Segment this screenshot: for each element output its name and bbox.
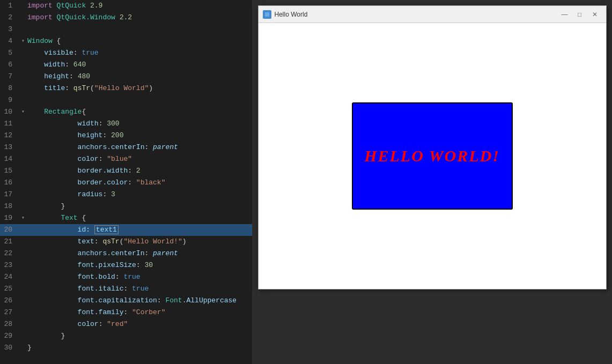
line-number-21: 21 (0, 236, 19, 248)
line-content-24: font.bold: true (27, 271, 252, 283)
code-lines: 1import QtQuick 2.92import QtQuick.Windo… (0, 0, 252, 354)
token: import (27, 2, 57, 10)
token: font.pixelSize (27, 261, 136, 269)
line-content-25: font.italic: true (27, 283, 252, 295)
token: : (136, 261, 145, 269)
line-content-18: } (27, 200, 252, 212)
token: 2.9 (86, 2, 102, 10)
token: title (27, 84, 65, 92)
line-number-15: 15 (0, 165, 19, 177)
token: border.color (27, 179, 128, 187)
line-number-2: 2 (0, 12, 19, 24)
code-line-24: 24 font.bold: true (0, 271, 252, 283)
window-titlebar: Hello World — □ ✕ (259, 6, 606, 23)
code-editor[interactable]: 1import QtQuick 2.92import QtQuick.Windo… (0, 0, 252, 364)
token: id (27, 226, 86, 234)
line-content-5: visible: true (27, 47, 252, 59)
token: Font (165, 296, 182, 304)
token: 640 (73, 61, 86, 69)
token: QtQuick.Window (57, 13, 115, 21)
token: } (27, 344, 32, 352)
token: true (132, 285, 149, 293)
line-number-13: 13 (0, 142, 19, 153)
code-line-1: 1import QtQuick 2.9 (0, 0, 252, 12)
line-number-6: 6 (0, 59, 19, 71)
token: import (27, 13, 57, 21)
fold-arrow-10[interactable]: ▾ (19, 106, 27, 118)
token: { (78, 214, 86, 222)
maximize-button[interactable]: □ (573, 9, 587, 20)
code-line-8: 8 title: qsTr("Hello World") (0, 83, 252, 94)
line-content-7: height: 480 (27, 71, 252, 83)
token: radius (27, 190, 102, 198)
token: "Hello World" (94, 84, 149, 92)
fold-arrow-4[interactable]: ▾ (19, 35, 27, 47)
code-line-9: 9 (0, 94, 252, 106)
code-line-16: 16 border.color: "black" (0, 177, 252, 189)
token: "Hello World!" (123, 237, 182, 246)
window-title: Hello World (275, 11, 558, 18)
close-button[interactable]: ✕ (588, 9, 602, 20)
token: qsTr (102, 237, 119, 246)
token: 300 (107, 120, 119, 128)
hello-rectangle: HELLO WORLD! (352, 102, 513, 210)
token: } (27, 332, 65, 340)
token: : (128, 167, 136, 175)
token: : (99, 155, 107, 163)
token: Text (27, 214, 78, 222)
token: : (99, 120, 107, 128)
line-number-16: 16 (0, 177, 19, 189)
line-number-4: 4 (0, 35, 19, 47)
line-number-11: 11 (0, 118, 19, 130)
code-line-6: 6 width: 640 (0, 59, 252, 71)
line-content-17: radius: 3 (27, 189, 252, 200)
line-number-24: 24 (0, 271, 19, 283)
minimize-button[interactable]: — (558, 9, 572, 20)
window-controls[interactable]: — □ ✕ (558, 9, 602, 20)
line-number-26: 26 (0, 295, 19, 307)
line-content-11: width: 300 (27, 118, 252, 130)
line-content-10: Rectangle{ (27, 106, 252, 118)
token: : (99, 320, 107, 328)
line-content-26: font.capitalization: Font.AllUppercase (27, 295, 252, 307)
code-line-15: 15 border.width: 2 (0, 165, 252, 177)
token: parent (153, 143, 178, 151)
code-line-3: 3 (0, 24, 252, 35)
line-number-9: 9 (0, 94, 19, 106)
token: : (128, 179, 136, 187)
code-line-25: 25 font.italic: true (0, 283, 252, 295)
token: ) (182, 237, 187, 246)
line-content-13: anchors.centerIn: parent (27, 142, 252, 153)
hello-world-window[interactable]: Hello World — □ ✕ HELLO WORLD! (258, 5, 607, 289)
code-line-4: 4▾Window { (0, 35, 252, 47)
code-line-13: 13 anchors.centerIn: parent (0, 142, 252, 153)
line-content-1: import QtQuick 2.9 (27, 0, 252, 12)
token: color (27, 155, 99, 163)
token: parent (153, 249, 178, 257)
line-content-4: Window { (27, 35, 252, 47)
line-content-27: font.family: "Corber" (27, 307, 252, 318)
token: color (27, 320, 99, 328)
code-line-18: 18 } (0, 200, 252, 212)
token: : (65, 61, 73, 69)
token: ) (149, 84, 153, 92)
code-line-22: 22 anchors.centerIn: parent (0, 248, 252, 259)
line-content-28: color: "red" (27, 318, 252, 330)
fold-arrow-19[interactable]: ▾ (19, 212, 27, 224)
code-line-11: 11 width: 300 (0, 118, 252, 130)
line-number-12: 12 (0, 130, 19, 142)
line-number-29: 29 (0, 330, 19, 342)
code-line-12: 12 height: 200 (0, 130, 252, 142)
line-number-19: 19 (0, 212, 19, 224)
line-number-22: 22 (0, 248, 19, 259)
line-number-20: 20 (0, 224, 19, 236)
token: QtQuick (57, 2, 86, 10)
token: text (27, 237, 94, 246)
line-number-3: 3 (0, 24, 19, 35)
line-number-10: 10 (0, 106, 19, 118)
token: width (27, 61, 65, 69)
line-content-12: height: 200 (27, 130, 252, 142)
line-content-22: anchors.centerIn: parent (27, 248, 252, 259)
code-line-5: 5 visible: true (0, 47, 252, 59)
token: qsTr (73, 84, 90, 92)
